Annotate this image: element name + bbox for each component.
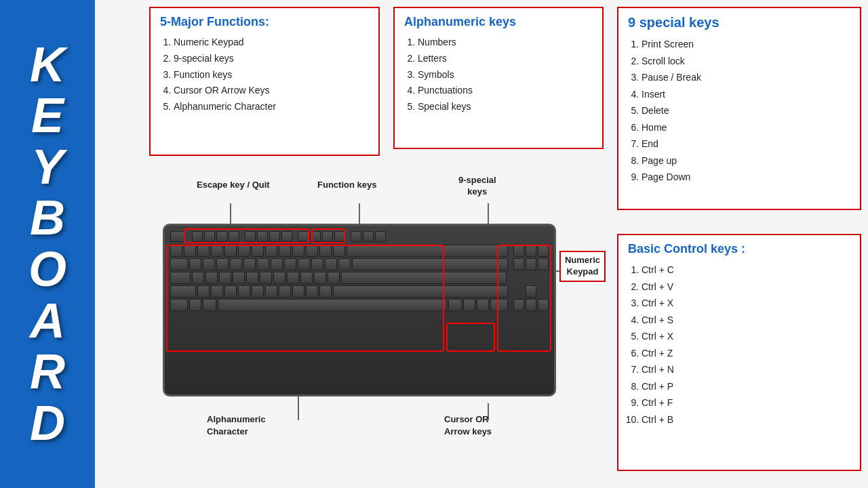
tilde-key	[170, 245, 182, 257]
2-key	[197, 245, 210, 257]
enter-key	[341, 272, 507, 284]
scroll-key	[363, 231, 374, 242]
up-key	[526, 285, 536, 298]
equals-key	[333, 245, 345, 257]
m-key	[279, 285, 291, 298]
q-key	[189, 258, 201, 270]
sidebar: K E Y B O A R D	[0, 0, 95, 488]
f11-key	[322, 231, 333, 242]
caps-key	[170, 272, 191, 284]
7-key	[265, 245, 277, 257]
pause-key	[375, 231, 386, 242]
special-keys-list: Print Screen Scroll lock Pause / Break I…	[628, 36, 850, 186]
alphanumeric-title: Alphanumeric keys	[404, 15, 593, 29]
8-key	[279, 245, 291, 257]
down-key	[526, 299, 536, 311]
prtsc-key	[351, 231, 361, 242]
gap	[538, 285, 549, 298]
9-key	[292, 245, 304, 257]
list-item: Ctrl + Z	[642, 345, 850, 362]
rb-key	[338, 258, 351, 270]
f2-key	[204, 231, 215, 242]
control-keys-box: Basic Control keys : Ctrl + C Ctrl + V C…	[617, 234, 861, 471]
asdf-row	[170, 272, 549, 284]
menu-key	[477, 299, 489, 311]
lt-key	[292, 285, 304, 298]
zxcv-row	[170, 285, 549, 298]
4-key	[224, 245, 237, 257]
list-item: Alphanumeric Character	[174, 99, 369, 115]
y-key	[257, 258, 269, 270]
list-item: Ctrl + P	[642, 378, 850, 395]
list-item: Delete	[642, 102, 850, 119]
sidebar-letter-e: E	[31, 90, 64, 142]
list-item: 9-special keys	[174, 51, 369, 67]
list-item: Ctrl + V	[642, 279, 850, 296]
sidebar-letter-o: O	[28, 244, 66, 296]
w-key	[203, 258, 215, 270]
list-item: Pause / Break	[642, 69, 850, 86]
nine-special-label: 9-specialkeys	[458, 175, 496, 198]
win-r-key	[463, 299, 475, 311]
list-item: Ctrl + S	[642, 312, 850, 329]
left-key	[513, 299, 524, 311]
gt-key	[306, 285, 318, 298]
f10-key	[310, 231, 321, 242]
list-item: Cursor OR Arrow Keys	[174, 83, 369, 99]
g-key	[246, 272, 258, 284]
list-item: Scroll lock	[642, 53, 850, 70]
sidebar-letter-d: D	[30, 398, 65, 449]
3-key	[211, 245, 223, 257]
pgdn-key	[538, 258, 549, 270]
home-key	[526, 245, 536, 257]
up-key-placeholder	[513, 285, 524, 298]
list-item: Ctrl + C	[642, 262, 850, 279]
list-item: Ctrl + X	[642, 328, 850, 345]
list-item: Symbols	[418, 67, 593, 83]
gap	[509, 285, 512, 298]
1-key	[184, 245, 196, 257]
shift-l-key	[170, 285, 196, 298]
sidebar-letter-r: R	[30, 346, 65, 398]
list-item: Ctrl + X	[642, 295, 850, 312]
keyboard-diagram-area: Escape key / Quit Function keys 9-specia…	[149, 163, 610, 454]
f12-key	[334, 231, 345, 242]
gap	[509, 245, 512, 257]
keyboard-body	[163, 224, 556, 396]
arrow-keys-outline	[446, 323, 495, 352]
list-item: Punctuations	[418, 83, 593, 99]
apos-key	[328, 272, 340, 284]
h-key	[260, 272, 272, 284]
alphanumeric-box: Alphanumeric keys Numbers Letters Symbol…	[393, 7, 604, 149]
escape-key-label: Escape key / Quit	[197, 180, 270, 190]
alphanumeric-list: Numbers Letters Symbols Punctuations Spe…	[404, 35, 593, 115]
special-keys-box: 9 special keys Print Screen Scroll lock …	[617, 7, 861, 210]
bs-key	[352, 258, 508, 270]
s-key	[205, 272, 218, 284]
sidebar-letter-b: B	[30, 192, 65, 244]
r-key	[230, 258, 242, 270]
n-key	[265, 285, 277, 298]
gap	[509, 258, 512, 270]
lb-key	[325, 258, 337, 270]
x-key	[211, 285, 223, 298]
ins-key	[513, 245, 524, 257]
c-key	[224, 285, 237, 298]
list-item: Letters	[418, 51, 593, 67]
tab-key	[170, 258, 188, 270]
ctrl-r-key	[490, 299, 508, 311]
alphanumeric-char-label: AlphanumericCharacter	[207, 413, 266, 438]
6-key	[252, 245, 264, 257]
i-key	[284, 258, 296, 270]
list-item: Ctrl + N	[642, 361, 850, 378]
sidebar-letter-y: Y	[31, 142, 64, 193]
z-key	[197, 285, 210, 298]
control-keys-title: Basic Control keys :	[628, 242, 850, 256]
function-row	[170, 231, 549, 242]
space-key	[218, 299, 447, 311]
list-item: Print Screen	[642, 36, 850, 53]
d-key	[219, 272, 231, 284]
list-item: Numeric Keypad	[174, 35, 369, 51]
a-key	[192, 272, 204, 284]
list-item: Page Down	[642, 169, 850, 186]
